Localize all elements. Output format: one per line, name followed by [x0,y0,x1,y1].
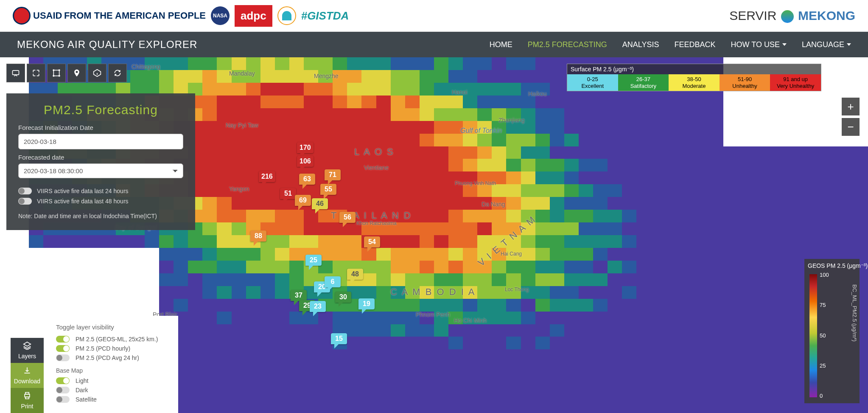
label-phnompenh: Phnom Penh [416,311,450,318]
colorbar-tick: 100 [820,272,829,278]
station-marker[interactable]: 55 [320,184,336,195]
label-haicang: Hai Cang [501,251,522,257]
label-khonratch: Khon Ratchasima [356,220,397,226]
label-mandalay: Mandalay [229,70,255,77]
station-marker[interactable]: 88 [250,230,266,242]
label-zhanjiang: Zhanjiang [498,117,525,124]
info-tool-button[interactable] [88,64,106,82]
station-marker[interactable]: 6 [325,276,341,287]
toggle-basemap-dark[interactable] [56,387,70,393]
svg-point-4 [53,75,54,76]
forecasted-date-label: Forecasted date [18,154,183,161]
fullscreen-tool-button[interactable] [27,64,45,82]
station-marker[interactable]: 69 [295,195,311,206]
station-marker[interactable]: 63 [299,174,315,185]
colorbar-tick: 0 [820,393,829,399]
toggle-basemap-satellite[interactable] [56,396,70,403]
station-marker[interactable]: 170 [297,142,314,153]
layers-tab[interactable]: Layers [11,338,44,363]
toggle-pm25-pcd-24h[interactable] [56,354,70,361]
logo-bar: USAID FROM THE AMERICAN PEOPLE NASA adpc… [0,0,868,32]
print-tab[interactable]: Print [11,388,44,413]
servir-logo: SERVIR MEKONG [729,8,855,23]
nav-howto-label: HOW TO USE [731,40,780,49]
toggle-viirs-48h[interactable] [18,198,32,205]
colorbar-tick: 25 [820,362,829,369]
station-marker[interactable]: 23 [310,301,326,312]
station-marker[interactable]: 19 [358,298,375,309]
refresh-tool-button[interactable] [108,64,127,82]
basemap-light-label: Light [76,377,88,384]
print-icon [12,391,42,402]
nasa-logo: NASA [211,6,230,25]
label-mengzhe: Mengzhe [314,73,339,79]
nav-feedback[interactable]: FEEDBACK [675,40,716,49]
colorbar-sidelabel: BC_ML_PM2.5 (μg/m⁴) [851,284,858,342]
toggle-basemap-light[interactable] [56,377,70,384]
colorbar-gradient [809,274,817,397]
init-date-input[interactable] [18,134,183,149]
colorbar: GEOS PM 2.5 (μgm⁻³) 1007550250 BC_ML_PM2… [804,259,860,403]
svg-point-5 [59,75,60,76]
timezone-note: Note: Date and time are in local Indochi… [18,212,183,221]
station-marker[interactable]: 54 [364,236,380,247]
label-danang: Da Nang [482,201,505,208]
download-tab[interactable]: Download [11,363,44,388]
station-marker[interactable]: 56 [339,212,356,223]
toggle-pm25-geos[interactable] [56,336,70,343]
label-yangon: Yangon [229,185,249,192]
station-marker[interactable]: 216 [259,171,275,182]
map-toolbar [6,64,127,82]
label-cambodia: C A M B O D I A [390,287,476,298]
toggle-pm25-pcd-hourly[interactable] [56,345,70,352]
nav-language[interactable]: LANGUAGE [802,40,851,49]
forecast-panel-title: PM2.5 Forecasting [18,103,183,117]
station-marker[interactable]: 48 [347,269,363,280]
init-date-label: Forecast Initialization Date [18,124,183,131]
nav-home[interactable]: HOME [490,40,512,49]
extent-tool-button[interactable] [47,64,66,82]
usaid-seal-icon [13,7,31,25]
print-label: Print [21,403,34,410]
pm25-pcd-24h-label: PM 2.5 (PCD Avg 24 hr) [76,354,139,361]
nav-language-label: LANGUAGE [802,40,844,49]
station-marker[interactable]: 15 [331,333,347,344]
nav-howto[interactable]: HOW TO USE [731,40,787,49]
pm25-pcd-hourly-label: PM 2.5 (PCD hourly) [76,345,130,352]
svg-rect-11 [25,397,29,399]
station-marker[interactable]: 51 [280,188,296,199]
partner-logos: USAID FROM THE AMERICAN PEOPLE NASA adpc… [13,5,349,27]
side-action-tabs: Layers Download Print [11,338,44,413]
toggle-viirs-24h[interactable] [18,188,32,194]
colorbar-title: GEOS PM 2.5 (μgm⁻³) [808,262,856,269]
thai-gov-icon [277,6,296,25]
station-marker[interactable]: 106 [297,156,314,167]
adpc-logo: adpc [235,5,272,27]
label-hcmc: Ho Chi Minh [454,317,487,324]
forecasted-date-select[interactable]: 2020-03-18 08:30:00 [18,163,183,178]
chat-tool-button[interactable] [6,64,25,82]
station-marker[interactable]: 25 [305,255,322,266]
aqi-legend-title: Surface PM 2.5 (μgm⁻³) [567,64,821,74]
locate-tool-button[interactable] [67,64,86,82]
basemap-header: Base Map [56,367,169,374]
zoom-in-button[interactable]: + [842,98,860,115]
thai-gov-logo [277,5,296,26]
viirs-48h-label: VIIRS active fire data last 48 hours [37,198,129,205]
station-marker[interactable]: 46 [312,198,328,209]
aqi-legend-cell: 51-90Unhealthy [720,74,770,91]
label-locthong: Loc Thong [505,287,529,292]
station-marker[interactable]: 30 [335,292,351,303]
station-marker[interactable]: 37 [291,290,307,301]
basemap-satellite-label: Satellite [76,396,97,403]
aqi-legend-row: 0-25Excellent26-37Satifactory38-50Modera… [567,74,821,91]
station-marker[interactable]: 71 [325,169,341,180]
zoom-out-button[interactable]: − [842,118,860,136]
aqi-legend-cell: 38-50Moderate [669,74,720,91]
nav-analysis[interactable]: ANALYSIS [622,40,659,49]
colorbar-ticks: 1007550250 [820,272,829,399]
nav-forecasting[interactable]: PM2.5 FORECASTING [528,40,607,49]
zoom-controls: + − [842,98,860,138]
usaid-text: USAID [33,10,62,21]
aqi-legend-cell: 26-37Satifactory [618,74,669,91]
